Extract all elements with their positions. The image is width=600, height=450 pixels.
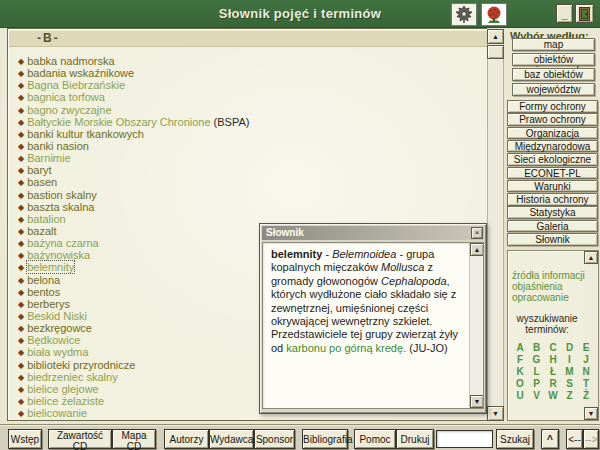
term-link-bentos[interactable]: bentos [27, 286, 60, 298]
toolbar-button-wydawca[interactable]: Wydawca [209, 429, 254, 449]
alpha-letter-B[interactable]: B [531, 342, 543, 353]
alpha-letter-E[interactable]: E [580, 342, 592, 353]
toolbar-button-zawartość-cd[interactable]: Zawartość CD [48, 429, 112, 449]
sidebar-button-warunki-przyrodnicze[interactable]: Warunki przyrodnicze [507, 180, 598, 193]
alpha-letter-W[interactable]: W [547, 390, 559, 401]
toolbar-button-mapa-cd[interactable]: Mapa CD [112, 429, 156, 449]
sidebar-button-baz-obiektów[interactable]: baz obiektów [512, 68, 595, 81]
minimize-button[interactable]: _ [556, 4, 573, 23]
term-link-babka-nadmorska[interactable]: babka nadmorska [27, 56, 114, 67]
term-link-biedrzeniec-skalny[interactable]: biedrzeniec skalny [27, 371, 118, 383]
term-link-baryt[interactable]: baryt [27, 164, 51, 176]
toolbar-button-scroll-top[interactable]: ^ [541, 429, 559, 449]
sidebar-button-statystyka[interactable]: Statystyka [507, 206, 598, 219]
alpha-letter-F[interactable]: F [514, 354, 526, 365]
alpha-letter-U[interactable]: U [514, 390, 526, 401]
toolbar-button-sponsor[interactable]: Sponsor [254, 429, 295, 449]
term-link-bastion-skalny[interactable]: bastion skalny [27, 189, 97, 201]
alpha-letter-H[interactable]: H [547, 354, 559, 365]
alpha-letter-C[interactable]: C [547, 342, 559, 353]
popup-close-button[interactable]: × [471, 227, 483, 239]
popup-titlebar[interactable]: Słownik × [262, 226, 484, 240]
info-link-objaśnienia[interactable]: objaśnienia [512, 281, 563, 292]
info-link-opracowanie[interactable]: opracowanie [512, 292, 569, 303]
term-link-banki-nasion[interactable]: banki nasion [27, 140, 89, 152]
sidebar-button-sieci-ekologiczne[interactable]: Sieci ekologiczne [507, 153, 598, 166]
popup-scroll-down-button[interactable]: ▼ [470, 395, 484, 408]
info-link-źródła-informacji[interactable]: źródła informacji [512, 270, 585, 281]
term-link-barnimie[interactable]: Barnimie [27, 152, 70, 164]
term-link-berberys[interactable]: berberys [27, 298, 70, 310]
term-link-biała-wydma[interactable]: biała wydma [27, 346, 88, 358]
term-link-belemnity[interactable]: belemnity [27, 261, 74, 273]
term-link-basen[interactable]: basen [27, 176, 57, 188]
term-link-banki-kultur-tkankowych[interactable]: banki kultur tkankowych [27, 128, 144, 140]
toolbar-button-szukaj[interactable]: Szukaj [496, 429, 534, 449]
term-link-belona[interactable]: belona [27, 274, 60, 286]
term-link-będkowice[interactable]: Będkowice [27, 334, 80, 346]
alpha-letter-T[interactable]: T [580, 378, 592, 389]
scroll-down-button[interactable]: ▼ [487, 406, 504, 421]
term-link-badania-wskaźnikowe[interactable]: badania wskaźnikowe [27, 67, 134, 79]
alpha-letter-I[interactable]: I [564, 354, 576, 365]
alpha-letter-S[interactable]: S [564, 378, 576, 389]
sidebar-button-formy-ochrony[interactable]: Formy ochrony [507, 100, 598, 113]
search-input[interactable] [436, 430, 493, 448]
term-link-bażyna-czarna[interactable]: bażyna czarna [27, 237, 99, 249]
term-link-bielicowanie[interactable]: bielicowanie [27, 407, 87, 419]
scroll-up-button[interactable]: ▲ [487, 29, 504, 44]
sidebar-button-obiektów-opisywanych[interactable]: obiektów opisywanych [512, 53, 595, 66]
info-scroll-down-button[interactable]: ▼ [584, 407, 598, 420]
sidebar-button-historia-ochrony-przyr[interactable]: Historia ochrony przyr. [507, 193, 598, 206]
toolbar-button-forward[interactable]: --> [583, 429, 599, 449]
term-list-item[interactable]: ◆baryt [18, 165, 483, 177]
alpha-letter-M[interactable]: M [564, 366, 576, 377]
sidebar-button-województw[interactable]: województw [512, 83, 595, 96]
sidebar-button-prawo-ochrony-przyr[interactable]: Prawo ochrony przyr. [507, 113, 598, 126]
alpha-letter-O[interactable]: O [514, 378, 526, 389]
term-list-item[interactable]: ◆Barnimie [18, 153, 483, 165]
toolbar-button-wstęp[interactable]: Wstęp [8, 429, 42, 449]
term-link-bezkręgowce[interactable]: bezkręgowce [27, 322, 92, 334]
sidebar-button-econet-pl[interactable]: ECONET-PL [507, 167, 598, 180]
sidebar-button-map[interactable]: map [512, 38, 595, 51]
term-link-bielik[interactable]: bielik [27, 419, 52, 420]
sidebar-button-międzynarodowa-ochr[interactable]: Międzynarodowa ochr. [507, 140, 598, 153]
alpha-letter-R[interactable]: R [547, 378, 559, 389]
term-list-item[interactable]: ◆banki nasion [18, 141, 483, 153]
scrollbar-thumb[interactable] [487, 45, 504, 59]
sidebar-button-galeria[interactable]: Galeria [507, 220, 598, 233]
alpha-letter-D[interactable]: D [564, 342, 576, 353]
term-link-batalion[interactable]: batalion [27, 213, 66, 225]
term-link-bałtyckie-morskie-obszary-chronione[interactable]: Bałtyckie Morskie Obszary Chronione [27, 116, 210, 128]
exit-button[interactable] [575, 4, 594, 23]
popup-scroll-up-button[interactable]: ▲ [470, 243, 484, 256]
alpha-letter-Z[interactable]: Z [564, 390, 576, 401]
sidebar-button-organizacja-ochrony[interactable]: Organizacja ochrony [507, 127, 598, 140]
alpha-letter-J[interactable]: J [580, 354, 592, 365]
toolbar-button-bibliografia[interactable]: Bibliografia [302, 429, 348, 449]
toolbar-button-back[interactable]: <-- [566, 429, 583, 449]
list-scrollbar[interactable]: ▲ ▼ [487, 29, 504, 421]
sidebar-button-słownik[interactable]: Słownik [507, 233, 598, 246]
term-link-bażynowiska[interactable]: bażynowiska [27, 249, 90, 261]
term-link-bagna-biebrzańskie[interactable]: Bagna Biebrzańskie [27, 79, 125, 91]
term-link-bielice-glejowe[interactable]: bielice glejowe [27, 383, 99, 395]
alpha-letter-G[interactable]: G [531, 354, 543, 365]
popup-scrollbar[interactable]: ▲ ▼ [469, 243, 483, 408]
term-link-bazalt[interactable]: bazalt [27, 225, 56, 237]
toolbar-button-pomoc[interactable]: Pomoc [354, 429, 396, 449]
alpha-letter-N[interactable]: N [580, 366, 592, 377]
alpha-letter-K[interactable]: K [514, 366, 526, 377]
info-scroll-up-button[interactable]: ▲ [584, 251, 598, 264]
term-link-beskid-niski[interactable]: Beskid Niski [27, 310, 87, 322]
term-list-item[interactable]: ◆baszta skalna [18, 202, 483, 214]
alpha-letter-V[interactable]: V [531, 390, 543, 401]
toolbar-button-autorzy[interactable]: Autorzy [164, 429, 209, 449]
alpha-letter-A[interactable]: A [514, 342, 526, 353]
toolbar-button-drukuj[interactable]: Drukuj [396, 429, 434, 449]
term-link-bielice-żelaziste[interactable]: bielice żelaziste [27, 395, 104, 407]
term-link-bagno-zwyczajne[interactable]: bagno zwyczajne [27, 104, 111, 116]
alpha-letter-Ż[interactable]: Ż [580, 390, 592, 401]
term-link-biblioteki-przyrodnicze[interactable]: biblioteki przyrodnicze [27, 359, 135, 371]
